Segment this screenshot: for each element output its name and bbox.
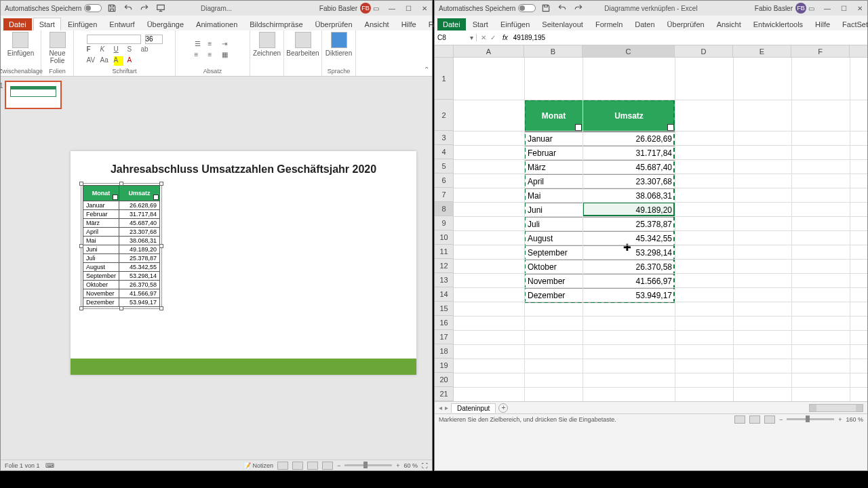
cell-umsatz[interactable]: 53.949,17 (583, 289, 675, 303)
align-left-icon[interactable]: ≡ (195, 51, 204, 60)
tab-daten[interactable]: Daten (629, 18, 660, 30)
col-header-e[interactable]: E (733, 45, 791, 57)
tab-hilfe[interactable]: Hilfe (396, 18, 422, 30)
row-header-20[interactable]: 20 (435, 373, 454, 387)
table-row[interactable]: Oktober26.370,58 (525, 260, 675, 274)
filter-dropdown-icon[interactable]: ▾ (667, 124, 674, 131)
page-layout-view-icon[interactable] (749, 415, 760, 424)
toggle-icon[interactable] (84, 4, 102, 12)
tab-start[interactable]: Start (467, 18, 494, 30)
col-header-c[interactable]: C (583, 45, 675, 57)
horizontal-scrollbar[interactable] (809, 404, 863, 412)
tab-ansicht[interactable]: Ansicht (359, 18, 395, 30)
font-color-icon[interactable]: A (127, 56, 137, 66)
tab-ueberpruefen[interactable]: Überprüfen (310, 18, 358, 30)
zoom-out-icon[interactable]: − (337, 462, 340, 469)
cell-umsatz[interactable]: 25.378,87 (583, 218, 675, 232)
cell-umsatz[interactable]: 31.717,84 (583, 146, 675, 161)
normal-view-icon[interactable] (734, 415, 745, 424)
close-icon[interactable]: ✕ (855, 3, 865, 13)
present-icon[interactable] (156, 3, 165, 13)
embedded-table-object[interactable]: Monat▾Umsatz▾ Januar26.628,69Februar31.7… (83, 185, 160, 307)
cell-month[interactable]: Februar (525, 146, 583, 161)
cell-umsatz[interactable]: 45.342,55 (583, 232, 675, 246)
tab-entwurf[interactable]: Entwurf (104, 18, 140, 30)
row-header-8[interactable]: 8 (435, 202, 454, 216)
undo-icon[interactable] (123, 3, 133, 13)
col-header-a[interactable]: A (454, 45, 524, 57)
name-box[interactable]: C8▾ (435, 34, 477, 41)
cell-umsatz[interactable]: 45.687,40 (583, 161, 675, 175)
paste-button[interactable]: Einfügen (7, 32, 34, 57)
save-icon[interactable] (107, 3, 117, 13)
fx-icon[interactable]: fx (500, 34, 511, 41)
cell-month[interactable]: April (525, 175, 583, 189)
row-header-4[interactable]: 4 (435, 145, 454, 159)
cell-month[interactable]: Mai (525, 189, 583, 203)
case-icon[interactable]: Aa (100, 56, 110, 66)
draw-button[interactable]: Zeichnen (253, 32, 281, 57)
cell-umsatz[interactable]: 26.628,69 (583, 132, 675, 146)
notes-button[interactable]: 📝 Notizen (243, 462, 273, 469)
page-break-view-icon[interactable] (764, 415, 775, 424)
table-row[interactable]: Februar31.717,84 (525, 146, 675, 161)
filter-dropdown-icon[interactable]: ▾ (153, 195, 159, 200)
autosave-toggle[interactable]: Automatisches Speichern (439, 4, 536, 12)
underline-icon[interactable]: U (114, 45, 123, 55)
tab-ueberpruefen[interactable]: Überprüfen (662, 18, 710, 30)
tab-formeln[interactable]: Formeln (590, 18, 628, 30)
tab-uebergaenge[interactable]: Übergänge (142, 18, 189, 30)
cell-month[interactable]: Juni (525, 203, 583, 218)
autosave-toggle[interactable]: Automatisches Speichern (5, 4, 102, 12)
maximize-icon[interactable]: ☐ (839, 3, 848, 13)
select-all-corner[interactable] (435, 45, 454, 57)
numbering-icon[interactable]: ≡ (208, 40, 218, 49)
bold-icon[interactable]: F (87, 45, 96, 55)
row-header-2[interactable]: 2 (435, 100, 454, 131)
row-header-1[interactable]: 1 (435, 58, 454, 100)
italic-icon[interactable]: K (100, 45, 110, 55)
cancel-formula-icon[interactable]: ✕ (481, 34, 486, 41)
cell-month[interactable]: November (525, 274, 583, 289)
sorter-view-icon[interactable] (292, 462, 303, 470)
row-header-11[interactable]: 11 (435, 245, 454, 259)
table-row[interactable]: Juni49.189,20 (525, 203, 675, 218)
close-icon[interactable]: ✕ (420, 3, 429, 13)
cell-umsatz[interactable]: 49.189,20 (583, 203, 675, 218)
tab-seitenlayout[interactable]: Seitenlayout (536, 18, 589, 30)
cell-month[interactable]: März (525, 161, 583, 175)
slide-thumb-1[interactable] (5, 81, 62, 109)
cell-month[interactable]: Januar (525, 132, 583, 146)
user-badge[interactable]: Fabio Basler FB (319, 3, 371, 14)
toggle-icon[interactable] (518, 4, 536, 12)
dictate-button[interactable]: Diktieren (326, 32, 352, 57)
new-slide-button[interactable]: Neue Folie (50, 32, 66, 64)
cell-umsatz[interactable]: 41.566,97 (583, 274, 675, 289)
row-header-6[interactable]: 6 (435, 174, 454, 188)
col-header-f[interactable]: F (791, 45, 850, 57)
slide-canvas[interactable]: Jahresabschluss Umsatzzahlen Geschäftsja… (66, 77, 432, 460)
zoom-in-icon[interactable]: + (396, 462, 399, 469)
minimize-icon[interactable]: — (823, 3, 832, 13)
lang-icon[interactable]: ⌨ (45, 462, 54, 469)
shadow-icon[interactable]: S (127, 45, 137, 55)
cell-umsatz[interactable]: 26.370,58 (583, 260, 675, 274)
cells-area[interactable]: Monat▾ Umsatz▾ Januar26.628,69Februar31.… (454, 58, 867, 401)
sheet-nav-prev-icon[interactable]: ◂ (439, 404, 442, 411)
row-header-9[interactable]: 9 (435, 216, 454, 230)
accept-formula-icon[interactable]: ✓ (490, 34, 496, 41)
align-center-icon[interactable]: ≡ (208, 51, 218, 60)
zoom-in-icon[interactable]: + (838, 416, 842, 423)
user-badge[interactable]: Fabio Basler FB (755, 3, 806, 14)
row-header-5[interactable]: 5 (435, 159, 454, 174)
col-header-d[interactable]: D (675, 45, 733, 57)
zoom-slider[interactable] (787, 418, 834, 420)
row-header-14[interactable]: 14 (435, 287, 454, 302)
tab-entwicklertools[interactable]: Entwicklertools (748, 18, 808, 30)
tab-bildschirm[interactable]: Bildschirmpräse (244, 18, 308, 30)
font-size-input[interactable] (145, 35, 163, 44)
bullets-icon[interactable]: ☰ (195, 40, 204, 49)
cell-umsatz[interactable]: 38.068,31 (583, 189, 675, 203)
tab-factset[interactable]: FactSet (837, 18, 868, 30)
tab-animationen[interactable]: Animationen (191, 18, 243, 30)
